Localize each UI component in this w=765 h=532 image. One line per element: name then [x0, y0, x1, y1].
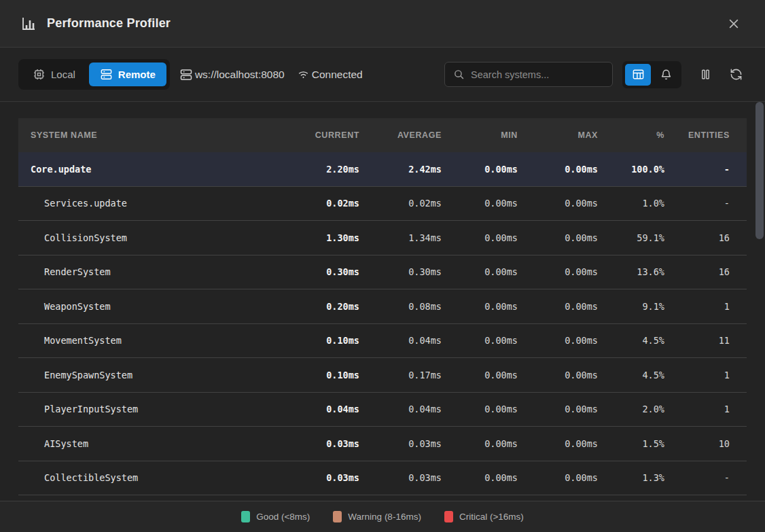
cell-entities: 16: [681, 266, 747, 277]
cell-pct: 9.1%: [615, 301, 681, 312]
cell-max: 0.00ms: [535, 472, 615, 483]
column-header-current: Current: [295, 130, 376, 140]
cell-entities: -: [681, 472, 747, 483]
table-row[interactable]: CollectibleSystem0.03ms0.03ms0.00ms0.00m…: [18, 461, 747, 496]
warning-swatch: [333, 511, 342, 522]
cell-pct: 13.6%: [615, 266, 681, 277]
legend-good-label: Good (<8ms): [256, 512, 310, 522]
table-row[interactable]: CollisionSystem1.30ms1.34ms0.00ms0.00ms5…: [18, 221, 747, 255]
bar-chart-icon: [20, 16, 37, 32]
cell-average: 0.04ms: [376, 404, 459, 414]
cell-entities: 10: [681, 438, 747, 449]
cell-max: 0.00ms: [535, 164, 615, 175]
cell-entities: -: [681, 198, 747, 209]
cell-current: 0.04ms: [295, 404, 376, 414]
cell-max: 0.00ms: [535, 198, 615, 209]
cell-name: AISystem: [18, 438, 295, 449]
column-header-percent: %: [615, 130, 681, 140]
column-header-entities: Entities: [681, 130, 747, 140]
cell-current: 0.10ms: [295, 335, 376, 346]
cell-average: 0.04ms: [376, 335, 459, 346]
page-title: Performance Profiler: [47, 16, 171, 31]
table-row[interactable]: Services.update0.02ms0.02ms0.00ms0.00ms1…: [18, 187, 747, 221]
cell-current: 0.10ms: [295, 370, 376, 380]
column-header-average: Average: [376, 130, 459, 140]
cell-max: 0.00ms: [535, 266, 615, 277]
bell-icon: [660, 68, 673, 81]
wifi-icon: [297, 68, 310, 81]
cell-entities: 1: [681, 404, 747, 414]
table-row[interactable]: WeaponSystem0.20ms0.08ms0.00ms0.00ms9.1%…: [18, 289, 747, 324]
pause-button[interactable]: [695, 64, 716, 85]
table-header-row: System Name Current Average Min Max % En…: [18, 118, 747, 152]
cell-name: PlayerInputSystem: [18, 404, 295, 414]
cell-name: WeaponSystem: [18, 301, 295, 312]
cell-average: 1.34ms: [376, 232, 459, 243]
websocket-url: ws://localhost:8080: [179, 68, 285, 82]
cell-max: 0.00ms: [535, 404, 615, 414]
refresh-icon: [730, 68, 743, 81]
cell-max: 0.00ms: [535, 370, 615, 380]
scrollbar-thumb[interactable]: [755, 102, 764, 239]
title-bar: Performance Profiler: [0, 0, 765, 48]
cell-min: 0.00ms: [459, 164, 535, 175]
cell-min: 0.00ms: [459, 472, 535, 483]
critical-swatch: [444, 511, 453, 522]
table-row[interactable]: EnemySpawnSystem0.10ms0.17ms0.00ms0.00ms…: [18, 358, 747, 393]
cell-min: 0.00ms: [459, 301, 535, 312]
table-view-button[interactable]: [625, 64, 651, 86]
cell-entities: 11: [681, 335, 747, 346]
view-toggle-group: [622, 61, 681, 88]
cpu-icon: [33, 68, 46, 81]
cell-pct: 59.1%: [615, 232, 681, 243]
cell-name: MovementSystem: [18, 335, 295, 346]
cell-pct: 100.0%: [615, 164, 681, 175]
connection-status: Connected: [297, 68, 363, 81]
cell-current: 0.30ms: [295, 266, 376, 277]
cell-min: 0.00ms: [459, 404, 535, 414]
cell-average: 0.03ms: [376, 472, 459, 483]
cell-average: 0.03ms: [376, 438, 459, 449]
cell-max: 0.00ms: [535, 438, 615, 449]
cell-name: CollectibleSystem: [18, 472, 295, 483]
pause-icon: [699, 68, 712, 81]
search-input[interactable]: [471, 69, 604, 80]
table-row[interactable]: PlayerInputSystem0.04ms0.04ms0.00ms0.00m…: [18, 393, 747, 427]
cell-average: 0.08ms: [376, 301, 459, 312]
good-swatch: [241, 511, 250, 522]
cell-average: 0.17ms: [376, 370, 459, 380]
cell-average: 2.42ms: [376, 164, 459, 175]
search-box: [444, 62, 613, 87]
cell-current: 0.02ms: [295, 198, 376, 209]
table-row[interactable]: AISystem0.03ms0.03ms0.00ms0.00ms1.5%10: [18, 427, 747, 461]
refresh-button[interactable]: [726, 64, 747, 85]
cell-name: RenderSystem: [18, 266, 295, 277]
close-button[interactable]: [723, 13, 745, 35]
column-header-system-name: System Name: [18, 130, 295, 140]
cell-min: 0.00ms: [459, 232, 535, 243]
local-mode-button[interactable]: Local: [22, 63, 86, 86]
table-row[interactable]: Core.update2.20ms2.42ms0.00ms0.00ms100.0…: [18, 152, 747, 187]
table-row[interactable]: MovementSystem0.10ms0.04ms0.00ms0.00ms4.…: [18, 324, 747, 359]
cell-average: 0.02ms: [376, 198, 459, 209]
cell-pct: 4.5%: [615, 335, 681, 346]
remote-mode-button[interactable]: Remote: [89, 63, 166, 86]
server-icon: [179, 68, 193, 82]
table-row[interactable]: RenderSystem0.30ms0.30ms0.00ms0.00ms13.6…: [18, 255, 747, 290]
legend-warning-label: Warning (8-16ms): [348, 512, 421, 522]
cell-entities: 1: [681, 370, 747, 380]
cell-pct: 2.0%: [615, 404, 681, 414]
table-body: Core.update2.20ms2.42ms0.00ms0.00ms100.0…: [18, 152, 747, 495]
remote-mode-label: Remote: [118, 69, 156, 79]
mode-segmented-control: Local Remote: [18, 59, 170, 90]
websocket-url-text: ws://localhost:8080: [195, 69, 285, 81]
cell-entities: -: [681, 164, 747, 175]
cell-name: Core.update: [18, 164, 295, 175]
search-icon: [453, 69, 465, 80]
connection-status-text: Connected: [312, 69, 363, 81]
cell-current: 1.30ms: [295, 232, 376, 243]
cell-name: Services.update: [18, 198, 295, 209]
cell-name: CollisionSystem: [18, 232, 295, 243]
alerts-button[interactable]: [653, 64, 679, 86]
legend-item-critical: Critical (>16ms): [444, 511, 524, 522]
